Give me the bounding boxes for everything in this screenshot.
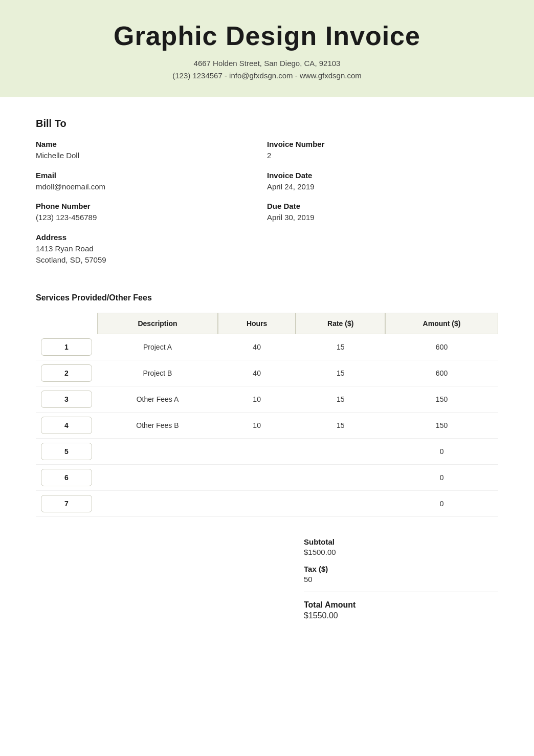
due-date-label: Due Date [267, 202, 498, 210]
total-amount-label: Total Amount [304, 600, 498, 610]
bill-to-section: Bill To Name Michelle Doll Email mdoll@n… [36, 118, 498, 275]
table-header-row: Description Hours Rate ($) Amount ($) [36, 313, 498, 334]
total-amount-row: Total Amount $1550.00 [304, 600, 498, 620]
bill-to-title: Bill To [36, 118, 498, 129]
row-hours: 40 [218, 360, 296, 386]
name-value: Michelle Doll [36, 150, 267, 162]
row-amount: 600 [385, 334, 498, 360]
page-title: Graphic Design Invoice [10, 20, 524, 51]
row-hours [218, 465, 296, 491]
row-number-cell: 7 [36, 491, 97, 517]
invoice-date-value: April 24, 2019 [267, 181, 498, 193]
row-hours: 10 [218, 413, 296, 439]
table-row: 70 [36, 491, 498, 517]
th-rate: Rate ($) [296, 313, 385, 334]
tax-value: 50 [304, 575, 498, 584]
totals-section: Subtotal $1500.00 Tax ($) 50 Total Amoun… [36, 537, 498, 629]
table-row: 2Project B4015600 [36, 360, 498, 386]
row-hours: 10 [218, 386, 296, 413]
due-date-value: April 30, 2019 [267, 212, 498, 224]
invoice-date-label: Invoice Date [267, 171, 498, 180]
address-block: Address 1413 Ryan Road Scotland, SD, 570… [36, 233, 267, 266]
row-number-box: 6 [41, 469, 92, 486]
row-amount: 600 [385, 360, 498, 386]
row-description [97, 491, 218, 517]
phone-label: Phone Number [36, 202, 267, 210]
services-title: Services Provided/Other Fees [36, 293, 498, 303]
row-amount: 150 [385, 413, 498, 439]
address-line1: 1413 Ryan Road [36, 243, 267, 255]
row-number-cell: 5 [36, 439, 97, 465]
th-amount: Amount ($) [385, 313, 498, 334]
services-section: Services Provided/Other Fees Description… [36, 293, 498, 629]
main-content: Bill To Name Michelle Doll Email mdoll@n… [0, 97, 534, 649]
name-label: Name [36, 140, 267, 148]
invoice-number-value: 2 [267, 150, 498, 162]
company-address: 4667 Holden Street, San Diego, CA, 92103 [10, 57, 524, 70]
row-description: Project B [97, 360, 218, 386]
table-row: 3Other Fees A1015150 [36, 386, 498, 413]
table-row: 4Other Fees B1015150 [36, 413, 498, 439]
row-amount: 0 [385, 439, 498, 465]
address-label: Address [36, 233, 267, 242]
table-row: 1Project A4015600 [36, 334, 498, 360]
row-description [97, 439, 218, 465]
invoice-number-block: Invoice Number 2 [267, 140, 498, 162]
row-number-cell: 3 [36, 386, 97, 413]
total-amount-value: $1550.00 [304, 611, 498, 620]
row-number-box: 2 [41, 364, 92, 382]
row-description: Project A [97, 334, 218, 360]
email-block: Email mdoll@noemail.com [36, 171, 267, 193]
tax-row: Tax ($) 50 [304, 565, 498, 584]
row-rate: 15 [296, 360, 385, 386]
info-right: Invoice Number 2 Invoice Date April 24, … [267, 140, 498, 275]
subtotal-row: Subtotal $1500.00 [304, 537, 498, 556]
th-hours: Hours [218, 313, 296, 334]
row-number-box: 7 [41, 495, 92, 512]
row-hours: 40 [218, 334, 296, 360]
row-amount: 0 [385, 465, 498, 491]
row-number-cell: 6 [36, 465, 97, 491]
row-amount: 150 [385, 386, 498, 413]
table-row: 60 [36, 465, 498, 491]
due-date-block: Due Date April 30, 2019 [267, 202, 498, 224]
row-number-cell: 2 [36, 360, 97, 386]
company-contact: (123) 1234567 - info@gfxdsgn.com - www.g… [10, 70, 524, 82]
row-description [97, 465, 218, 491]
phone-block: Phone Number (123) 123-456789 [36, 202, 267, 224]
subtotal-label: Subtotal [304, 537, 498, 546]
row-rate [296, 439, 385, 465]
totals-block: Subtotal $1500.00 Tax ($) 50 Total Amoun… [304, 537, 498, 629]
table-row: 50 [36, 439, 498, 465]
tax-label: Tax ($) [304, 565, 498, 573]
row-amount: 0 [385, 491, 498, 517]
row-number-cell: 1 [36, 334, 97, 360]
invoice-number-label: Invoice Number [267, 140, 498, 148]
row-rate [296, 491, 385, 517]
row-rate: 15 [296, 334, 385, 360]
totals-divider [304, 592, 498, 592]
services-table: Description Hours Rate ($) Amount ($) 1P… [36, 313, 498, 517]
row-hours [218, 491, 296, 517]
row-number-box: 5 [41, 443, 92, 460]
row-hours [218, 439, 296, 465]
info-grid: Name Michelle Doll Email mdoll@noemail.c… [36, 140, 498, 275]
row-rate: 15 [296, 413, 385, 439]
invoice-date-block: Invoice Date April 24, 2019 [267, 171, 498, 193]
subtotal-value: $1500.00 [304, 548, 498, 556]
th-empty [36, 313, 97, 334]
row-rate [296, 465, 385, 491]
address-line2: Scotland, SD, 57059 [36, 254, 267, 266]
row-description: Other Fees A [97, 386, 218, 413]
info-left: Name Michelle Doll Email mdoll@noemail.c… [36, 140, 267, 275]
row-number-box: 3 [41, 391, 92, 408]
name-block: Name Michelle Doll [36, 140, 267, 162]
row-number-cell: 4 [36, 413, 97, 439]
email-label: Email [36, 171, 267, 180]
row-rate: 15 [296, 386, 385, 413]
row-number-box: 4 [41, 417, 92, 434]
row-description: Other Fees B [97, 413, 218, 439]
page-header: Graphic Design Invoice 4667 Holden Stree… [0, 0, 534, 97]
email-value: mdoll@noemail.com [36, 181, 267, 193]
phone-value: (123) 123-456789 [36, 212, 267, 224]
